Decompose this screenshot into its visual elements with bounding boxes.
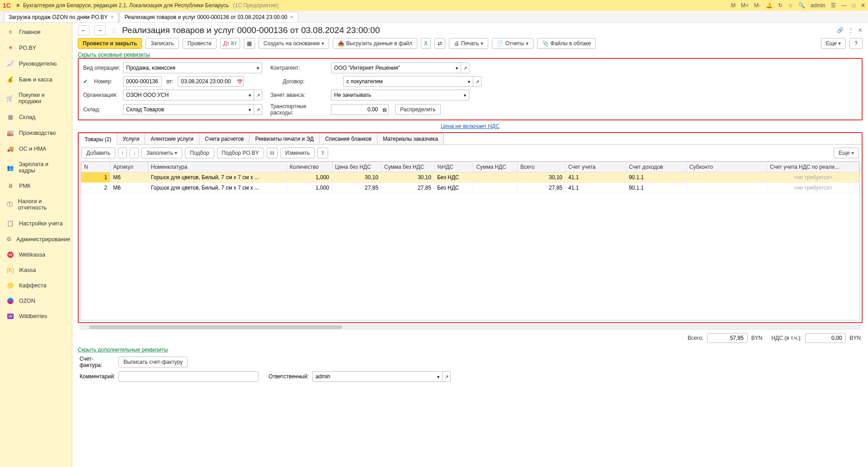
user-label[interactable]: admin	[811, 2, 826, 9]
open-icon[interactable]: ↗	[443, 371, 451, 382]
help-button[interactable]: ?	[849, 38, 863, 49]
col-subkonto[interactable]: Субконто	[686, 162, 767, 172]
grid-more-button[interactable]: Еще	[834, 148, 859, 158]
tab-agent-services[interactable]: Агентские услуги	[145, 133, 199, 144]
col-income[interactable]: Счет доходов	[626, 162, 686, 172]
sidebar-item-settings[interactable]: 📋Настройки учета	[0, 215, 72, 231]
tab-print-req[interactable]: Реквизиты печати и ЭД	[249, 133, 320, 144]
refresh-button[interactable]: ⇄	[434, 38, 445, 49]
memory-mminus[interactable]: М-	[754, 2, 760, 9]
sidebar-item-poby[interactable]: ✶PO.BY	[0, 40, 72, 56]
col-nomenclature[interactable]: Номенклатура	[148, 162, 287, 172]
tab-realization[interactable]: Реализация товаров и услуг 0000-000136 о…	[119, 12, 298, 22]
write-button[interactable]: Записать	[146, 38, 179, 49]
memory-m[interactable]: М	[731, 2, 736, 9]
sidebar-item-tax[interactable]: ⓉНалоги и отчетность	[0, 194, 72, 215]
col-acc[interactable]: Счет учета	[566, 162, 626, 172]
sidebar-item-rmk[interactable]: 🖥РМК	[0, 178, 72, 194]
post-close-button[interactable]: Провести и закрыть	[78, 38, 142, 49]
search-icon[interactable]: 🔍	[798, 2, 805, 9]
hamburger-icon[interactable]: ≡	[16, 2, 19, 9]
settings-icon[interactable]: ☰	[831, 2, 836, 9]
dt-kt-button[interactable]: ДтКт	[220, 38, 240, 49]
table-row[interactable]: 1 M6 Горшок для цветов, Белый, 7 см x 7 …	[81, 172, 859, 183]
col-vatp[interactable]: %НДС	[434, 162, 473, 172]
import-button[interactable]: ⇪	[317, 148, 328, 158]
op-input[interactable]	[123, 62, 254, 73]
sidebar-item-bank[interactable]: 💰Банк и касса	[0, 71, 72, 87]
structure-button[interactable]: ▦	[244, 38, 255, 49]
open-icon[interactable]: ↗	[254, 104, 262, 115]
tab-blanks[interactable]: Списание бланков	[319, 133, 377, 144]
nav-back-button[interactable]: ←	[78, 25, 90, 35]
dropdown-icon[interactable]: ▾	[461, 90, 469, 100]
horizontal-scrollbar[interactable]	[80, 325, 861, 329]
col-qty[interactable]: Количество	[287, 162, 332, 172]
sidebar-item-production[interactable]: 🏭Производство	[0, 125, 72, 141]
hide-extra-link[interactable]: Скрыть дополнительные реквизиты	[78, 347, 168, 353]
more-icon[interactable]: ⋮	[848, 27, 854, 33]
col-n[interactable]: N	[81, 162, 110, 172]
tab-services[interactable]: Услуги	[117, 133, 145, 144]
sidebar-item-wildberries[interactable]: WWildberries	[0, 309, 72, 324]
fill-button[interactable]: Заполнить	[142, 148, 182, 158]
distribute-button[interactable]: Распределить	[395, 104, 441, 115]
goods-grid[interactable]: N Артикул Номенклатура Количество Цена б…	[80, 161, 860, 320]
dropdown-icon[interactable]: ▾	[453, 62, 461, 73]
tab-materials[interactable]: Материалы заказчика	[377, 133, 444, 144]
hide-main-link[interactable]: Скрыть основные реквизиты	[78, 52, 150, 58]
wh-input[interactable]	[123, 104, 246, 115]
num-input[interactable]	[123, 76, 162, 87]
col-article[interactable]: Артикул	[110, 162, 148, 172]
col-vatsum[interactable]: Сумма НДС	[473, 162, 518, 172]
move-down-button[interactable]: ↓	[130, 148, 139, 158]
sidebar-item-admin[interactable]: ⚙Администрирование	[0, 231, 72, 247]
tab-ozon-load[interactable]: Загрузка продаж OZON по дням PO.BY ×	[4, 12, 118, 22]
bell-icon[interactable]: 🔔	[766, 2, 773, 9]
sidebar-item-webkassa[interactable]: WWebkassa	[0, 247, 72, 262]
dropdown-icon[interactable]: ▾	[246, 90, 254, 100]
link-icon[interactable]: 🔗	[837, 27, 844, 33]
reports-button[interactable]: 📄Отчеты	[492, 38, 533, 49]
memory-mplus[interactable]: М+	[741, 2, 749, 9]
nav-forward-button[interactable]: →	[94, 25, 106, 35]
export-file-button[interactable]: 📤Выгрузить данные в файл	[333, 38, 417, 49]
date-input[interactable]	[178, 76, 236, 87]
col-sum[interactable]: Сумма без НДС	[381, 162, 434, 172]
dropdown-icon[interactable]: ▾	[254, 62, 262, 73]
open-icon[interactable]: ↗	[461, 62, 469, 73]
col-total[interactable]: Всего	[518, 162, 566, 172]
print-button[interactable]: 🖨Печать	[449, 38, 488, 49]
pick-button[interactable]: Подбор	[185, 148, 214, 158]
sidebar-item-hr[interactable]: 👥Зарплата и кадры	[0, 157, 72, 178]
sidebar-item-sales[interactable]: 🛒Покупки и продажи	[0, 87, 72, 109]
adv-input[interactable]	[331, 90, 461, 100]
ctr-input[interactable]	[331, 62, 453, 73]
post-button[interactable]: Провести	[183, 38, 217, 49]
star-icon[interactable]: ☆	[788, 2, 793, 9]
org-input[interactable]	[123, 90, 246, 100]
create-based-button[interactable]: Создать на основании	[259, 38, 329, 49]
maximize-icon[interactable]: □	[852, 2, 855, 9]
tab-accounts[interactable]: Счета расчетов	[199, 133, 250, 144]
more-button[interactable]: Еще	[821, 38, 846, 49]
tab-goods[interactable]: Товары (2)	[79, 133, 117, 145]
dog-input[interactable]	[343, 76, 465, 87]
cloud-files-button[interactable]: 📎Файлы в облаке	[537, 38, 596, 49]
close-icon[interactable]: ✕	[861, 2, 865, 9]
tab-close-icon[interactable]: ×	[290, 14, 293, 20]
edit-row-button[interactable]: Изменить	[280, 148, 315, 158]
favorite-star-icon[interactable]: ☆	[110, 25, 118, 35]
excel-button[interactable]: X	[421, 38, 431, 49]
dropdown-icon[interactable]: ▾	[465, 76, 473, 87]
dropdown-icon[interactable]: ▾	[246, 104, 254, 115]
sidebar-item-ikassa[interactable]: [K]iKassa	[0, 262, 72, 278]
sidebar-item-assets[interactable]: 🚚ОС и НМА	[0, 141, 72, 157]
col-price[interactable]: Цена без НДС	[332, 162, 382, 172]
calendar-icon[interactable]: 📅	[236, 76, 244, 87]
write-invoice-button[interactable]: Выписать счет-фактуру	[118, 357, 188, 367]
move-up-button[interactable]: ↑	[118, 148, 127, 158]
sidebar-item-kaffesta[interactable]: Каффеста	[0, 278, 72, 293]
comment-input[interactable]	[118, 371, 259, 382]
sidebar-item-main[interactable]: ≡Главное	[0, 24, 72, 40]
